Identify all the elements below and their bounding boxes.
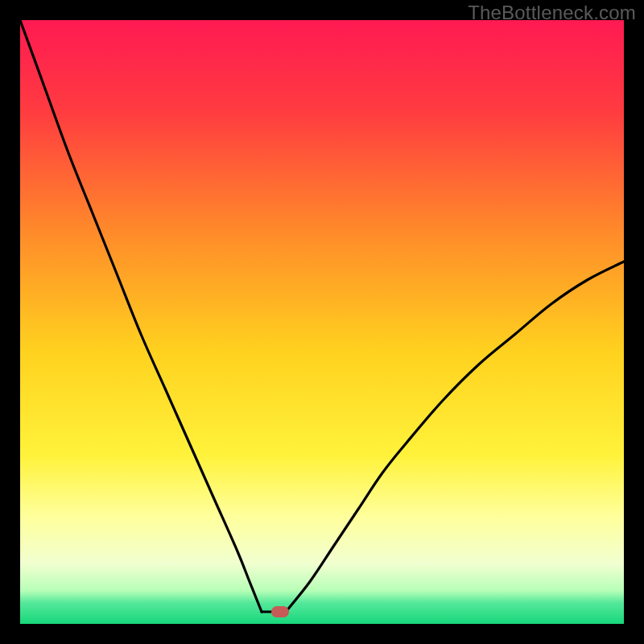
chart-area bbox=[20, 20, 624, 624]
gradient-background bbox=[20, 20, 624, 624]
bottleneck-marker bbox=[271, 606, 289, 617]
